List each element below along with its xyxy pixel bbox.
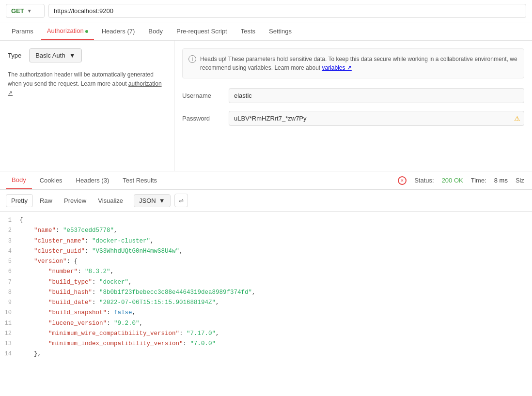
code-line-1: 1 { [0,215,532,226]
tab-authorization[interactable]: Authorization [41,22,94,40]
code-line-2: 2 "name": "e537cedd5778", [0,226,532,236]
code-line-3: 3 "cluster_name": "docker-cluster", [0,236,532,246]
size-label: Siz [516,177,524,184]
auth-info-text: The authorization header will be automat… [8,70,166,98]
username-label: Username [182,92,221,99]
password-row: Password ⚠ [182,111,524,126]
method-label: GET [11,7,24,15]
username-input-wrap [229,88,524,103]
code-line-6: 6 "number": "8.3.2", [0,267,532,277]
format-type-value: JSON [139,197,156,204]
username-row: Username [182,88,524,103]
password-input-wrap: ⚠ [229,111,524,126]
auth-alert: i Heads up! These parameters hold sensit… [182,48,524,78]
tab-tests[interactable]: Tests [235,23,261,40]
response-tabs-bar: Body Cookies Headers (3) Test Results ✕ … [0,171,532,190]
tab-body[interactable]: Body [142,23,169,40]
type-label: Type [8,52,21,59]
auth-right-panel: i Heads up! These parameters hold sensit… [174,41,532,171]
url-bar: GET ▼ [0,0,532,22]
authorization-active-dot [85,30,88,33]
method-dropdown[interactable]: GET ▼ [6,4,45,18]
auth-content: Type Basic Auth ▼ The authorization head… [0,41,532,171]
code-line-10: 10 "build_snapshot": false, [0,308,532,318]
code-line-4: 4 "cluster_uuid": "VS3WhhdUQtG0nH4mwS8U4… [0,246,532,257]
status-label: Status: [414,177,434,184]
tab-prerequest[interactable]: Pre-request Script [171,23,233,40]
format-tab-pretty[interactable]: Pretty [6,194,33,207]
auth-type-row: Type Basic Auth ▼ [8,48,166,62]
tab-params[interactable]: Params [6,23,39,40]
format-tab-raw[interactable]: Raw [35,195,57,207]
password-input[interactable] [229,111,524,126]
username-input[interactable] [229,88,524,103]
wrap-lines-icon: ⇌ [179,197,184,204]
auth-left-panel: Type Basic Auth ▼ The authorization head… [0,41,174,171]
password-label: Password [182,115,221,122]
format-type-dropdown[interactable]: JSON ▼ [134,194,171,207]
format-tab-visualize[interactable]: Visualize [93,195,128,207]
warning-icon: ⚠ [514,115,520,122]
url-input[interactable] [48,4,526,18]
method-chevron-icon: ▼ [27,8,32,14]
auth-type-dropdown[interactable]: Basic Auth ▼ [29,48,81,62]
wrap-lines-button[interactable]: ⇌ [174,194,188,207]
code-line-7: 7 "build_type": "docker", [0,277,532,288]
request-tabs: Params Authorization Headers (7) Body Pr… [0,22,532,41]
response-tab-test-results[interactable]: Test Results [117,172,163,189]
globe-icon: ✕ [398,176,407,185]
code-line-5: 5 "version": { [0,257,532,267]
info-icon: i [188,55,196,63]
time-label: Time: [471,177,486,184]
format-type-chevron-icon: ▼ [159,197,165,204]
tab-settings[interactable]: Settings [263,23,297,40]
code-line-8: 8 "build_hash": "8b0b1f23fbebecc3c88e446… [0,288,532,298]
response-tab-body[interactable]: Body [6,171,32,189]
auth-type-value: Basic Auth [35,52,65,59]
variables-link[interactable]: variables ↗ [322,64,351,71]
body-format-bar: Pretty Raw Preview Visualize JSON ▼ ⇌ [0,190,532,212]
code-line-13: 13 "minimum_index_compatibility_version"… [0,339,532,349]
response-status-bar: ✕ Status: 200 OK Time: 8 ms Siz [398,176,526,185]
auth-type-chevron-icon: ▼ [69,52,76,59]
status-value: 200 OK [442,177,463,184]
time-value: 8 ms [494,177,508,184]
tab-headers[interactable]: Headers (7) [96,23,141,40]
response-tab-headers[interactable]: Headers (3) [70,172,115,189]
code-line-11: 11 "lucene_version": "9.2.0", [0,319,532,329]
code-line-14: 14 }, [0,349,532,359]
response-tab-cookies[interactable]: Cookies [34,172,68,189]
code-line-12: 12 "minimum_wire_compatibility_version":… [0,329,532,339]
format-tab-preview[interactable]: Preview [59,195,91,207]
response-body-code: 1 { 2 "name": "e537cedd5778", 3 "cluster… [0,212,532,364]
code-line-9: 9 "build_date": "2022-07-06T15:15:15.901… [0,298,532,308]
